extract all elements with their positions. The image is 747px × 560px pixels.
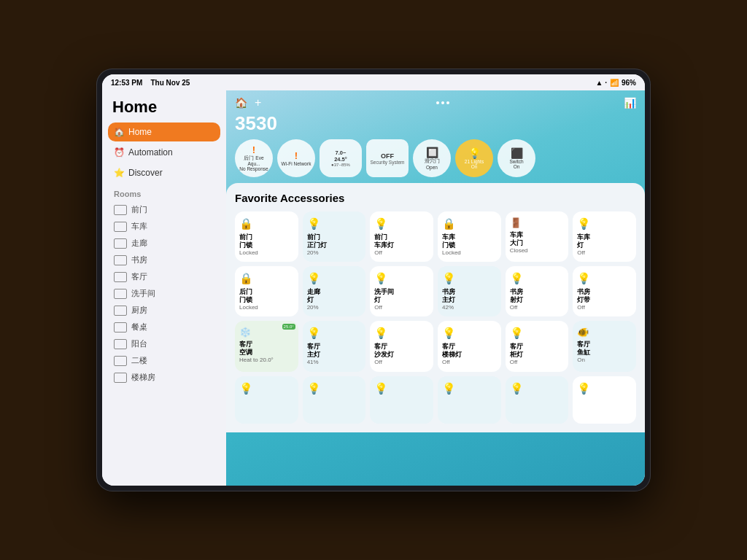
room-icon-4 (114, 272, 127, 282)
bulb-icon-5: 💡 (577, 217, 591, 230)
acc-tile-17[interactable]: 🐠 客厅鱼缸 On (573, 321, 636, 371)
wifi-icon: 📶 (610, 79, 619, 87)
home-icon: 🏠 (114, 127, 124, 137)
status-tile-0[interactable]: ! 后门 Eve Aqu...No Response (235, 139, 273, 177)
sidebar-room-7[interactable]: 餐桌 (108, 319, 220, 335)
acc-tile-4[interactable]: 🚪 车库大门 Closed (506, 211, 569, 262)
acc-tile-19[interactable]: 💡 (303, 376, 366, 424)
bulb-icon-13: 💡 (307, 327, 321, 340)
acc-tile-5[interactable]: 💡 车库灯 Off (573, 211, 636, 262)
star-icon: ⭐ (114, 168, 124, 178)
bulb-icon-9: 💡 (442, 272, 456, 285)
sidebar-room-4[interactable]: 客厅 (108, 268, 220, 285)
acc-tile-8[interactable]: 💡 洗手间灯 Off (370, 266, 433, 316)
bulb-icon-22: 💡 (510, 382, 524, 395)
acc-tile-14[interactable]: 💡 客厅沙发灯 Off (370, 321, 433, 371)
acc-tile-3[interactable]: 🔒 车库门锁 Locked (438, 211, 501, 262)
sidebar-room-5[interactable]: 洗手间 (108, 285, 220, 302)
acc-tile-11[interactable]: 💡 书房灯带 Off (573, 266, 636, 316)
acc-tile-22[interactable]: 💡 (506, 376, 569, 424)
acc-tile-9[interactable]: 💡 书房主灯 42% (438, 266, 501, 316)
sidebar-room-2[interactable]: 走廊 (108, 235, 220, 252)
acc-tile-7[interactable]: 💡 走廊灯 20% (303, 266, 366, 316)
accessories-grid: 🔒 前门门锁 Locked 💡 前门正门灯 20% 💡 前门车库灯 (235, 211, 636, 424)
sound-icon[interactable]: 📊 (624, 97, 636, 109)
header-left: 🏠 + (235, 96, 261, 109)
room-icon-1 (114, 222, 127, 232)
room-icon-3 (114, 255, 127, 265)
main-layout: Home 🏠 Home ⏰ Automation ⭐ Discover Room… (102, 90, 645, 486)
acc-tile-12[interactable]: 25.0° ❄️ 客厅空调 Heat to 20.0° (235, 321, 298, 371)
room-icon-10 (114, 373, 127, 383)
acc-tile-18[interactable]: 💡 (235, 376, 298, 424)
lock-icon-0: 🔒 (239, 217, 253, 230)
add-icon[interactable]: + (255, 96, 261, 109)
bulb-icon-11: 💡 (577, 272, 591, 285)
bulb-icon-1: 💡 (307, 217, 321, 230)
tile-label-2b: ●37~85% (331, 163, 350, 167)
sidebar-room-8[interactable]: 阳台 (108, 335, 220, 352)
acc-tile-0[interactable]: 🔒 前门门锁 Locked (235, 211, 298, 262)
status-tile-4[interactable]: 🔲 滑穴门Open (413, 139, 451, 177)
tile-label-5: 21 LightsOn (465, 159, 484, 169)
address-number: 3530 (226, 112, 645, 139)
acc-tile-15[interactable]: 💡 客厅楼梯灯 Off (438, 321, 501, 371)
acc-tile-23[interactable]: 💡 (573, 376, 636, 424)
tile-label-3: Security System (371, 160, 405, 165)
sidebar-discover-label: Discover (128, 168, 163, 178)
accessories-title: Favorite Accessories (235, 192, 636, 204)
tile-label-0: 后门 Eve Aqu...No Response (238, 155, 270, 172)
acc-tile-1[interactable]: 💡 前门正门灯 20% (303, 211, 366, 262)
bulb-icon-16: 💡 (510, 327, 524, 340)
ac-icon: ❄️ (239, 327, 251, 338)
room-icon-7 (114, 322, 127, 332)
sidebar-room-0[interactable]: 前门 (108, 201, 220, 218)
three-dots (436, 101, 449, 104)
fish-icon: 🐠 (577, 327, 589, 338)
switch-icon: ⬛ (511, 147, 523, 159)
bulb-icon-7: 💡 (307, 272, 321, 285)
home-header-icon: 🏠 (235, 97, 247, 109)
sidebar-room-10[interactable]: 楼梯房 (108, 369, 220, 386)
status-tile-6[interactable]: ⬛ SwitchOn (498, 139, 535, 177)
lock-icon-6: 🔒 (239, 272, 253, 285)
tile-label-1: Wi-Fi Network (282, 161, 311, 167)
garage-icon-4: 🚪 (510, 217, 522, 228)
status-tile-1[interactable]: ! Wi-Fi Network (277, 139, 315, 177)
status-tile-2[interactable]: 7.0~24.5° ●37~85% (320, 139, 362, 177)
status-tile-3[interactable]: OFF Security System (366, 139, 409, 177)
room-icon-0 (114, 205, 127, 215)
acc-tile-6[interactable]: 🔒 后门门锁 Locked (235, 266, 298, 316)
bulb-icon-23: 💡 (577, 382, 591, 395)
acc-tile-21[interactable]: 💡 (438, 376, 501, 424)
sidebar-room-9[interactable]: 二楼 (108, 352, 220, 369)
ac-badge: 25.0° (282, 324, 295, 330)
sidebar-room-1[interactable]: 车库 (108, 218, 220, 235)
sidebar-room-6[interactable]: 厨房 (108, 302, 220, 319)
battery-display: 96% (622, 79, 636, 87)
content-header: 🏠 + 📊 (226, 90, 645, 112)
sidebar-item-automation[interactable]: ⏰ Automation (108, 143, 220, 162)
alert-icon-0: ! (252, 144, 255, 155)
acc-tile-13[interactable]: 💡 客厅主灯 41% (303, 321, 366, 371)
status-time: 12:53 PM Thu Nov 25 (111, 79, 190, 87)
sidebar-room-3[interactable]: 书房 (108, 252, 220, 268)
room-icon-6 (114, 306, 127, 316)
room-icon-5 (114, 289, 127, 299)
time-display: 12:53 PM (111, 79, 142, 87)
acc-tile-20[interactable]: 💡 (370, 376, 433, 424)
accessories-section: Favorite Accessories 🔒 前门门锁 Locked 💡 前门正… (226, 183, 645, 432)
sidebar-item-discover[interactable]: ⭐ Discover (108, 163, 220, 182)
status-bar: 12:53 PM Thu Nov 25 ▲ · 📶 96% (102, 74, 645, 90)
lights-icon: 💡 (468, 147, 481, 159)
acc-tile-16[interactable]: 💡 客厅柜灯 Off (506, 321, 569, 371)
date-display: Thu Nov 25 (150, 79, 190, 87)
acc-tile-2[interactable]: 💡 前门车库灯 Off (370, 211, 433, 262)
acc-tile-10[interactable]: 💡 书房射灯 Off (506, 266, 569, 316)
status-tile-5[interactable]: 💡 21 LightsOn (455, 139, 493, 177)
sidebar-item-home[interactable]: 🏠 Home (108, 122, 220, 141)
bulb-icon-2: 💡 (374, 217, 388, 230)
content-area: 🏠 + 📊 3530 ! 后门 Eve Aqu...No Response (226, 90, 645, 486)
bulb-icon-10: 💡 (510, 272, 524, 285)
sidebar-title: Home (108, 98, 220, 122)
